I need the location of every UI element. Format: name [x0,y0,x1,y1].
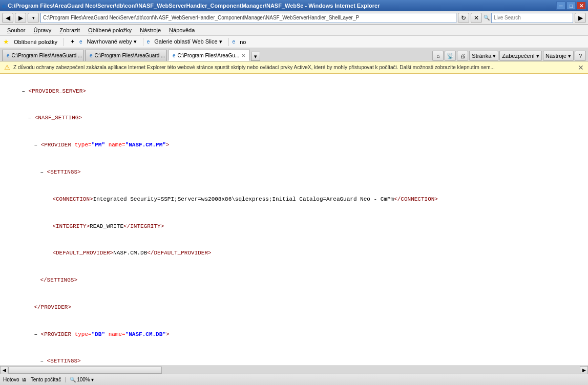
forward-button[interactable]: ▶ [15,13,26,23]
help-button[interactable]: ? [575,51,586,61]
zoom-dropdown-icon: ▾ [91,377,94,382]
status-right: 🖥 Tento počítač 🔍 100% ▾ [22,377,94,382]
feeds-button[interactable]: 📡 [445,51,456,61]
xml-line-9: </PROVIDER> [20,294,580,321]
tab-1[interactable]: e C:\Program Files\AreaGuard ... [85,50,167,61]
zoom-level[interactable]: 🔍 100% ▾ [65,377,94,382]
xml-line-6: <INTEGRITY>READ_WRITE</INTEGRITY> [39,213,580,240]
favorites-bar-divider2 [143,38,143,46]
tab-0-label: C:\Program Files\AreaGuard ... [12,53,82,58]
tab-2-icon: e [173,53,176,58]
title-bar-buttons: ─ □ ✕ [556,2,586,10]
menu-upravy[interactable]: Úpravy [29,26,55,34]
favorites-star: ★ [3,38,9,46]
new-tab-button[interactable]: ▾ [251,52,260,61]
back-button[interactable]: ◀ [2,13,13,23]
xml-line-5: <CONNECTION>Integrated Security=SSPI;Ser… [39,186,580,213]
favorites-bar-divider1 [64,38,64,46]
maximize-button[interactable]: □ [566,2,576,10]
print-button[interactable]: 🖨 [457,51,468,61]
favorites-button[interactable]: Oblíbené položky [11,38,60,46]
suggested-sites-button[interactable]: Navrhované weby ▾ [85,37,139,46]
content-area[interactable]: – <PROVIDER_SERVER> – <NASF_SETTING> – <… [0,74,588,374]
gallery-button[interactable]: Galerie oblastí Web Slice ▾ [152,37,224,46]
tab-bar: e C:\Program Files\AreaGuard ... e C:\Pr… [0,48,588,61]
scroll-left-button[interactable]: ◀ [0,366,8,374]
tab-0[interactable]: e C:\Program Files\AreaGuard ... [2,50,84,61]
menu-bar: Soubor Úpravy Zobrazit Oblíbené položky … [0,25,588,36]
security-bar: ⚠ Z důvodu ochrany zabezpečení zakázala … [0,61,588,74]
xml-line-2: – <NASF_SETTING> [14,105,580,132]
search-label: 🔍 [484,15,490,20]
search-go-button[interactable]: ▶ [575,13,586,23]
tab-2-close[interactable]: ✕ [241,53,245,58]
scroll-thumb-h[interactable] [8,367,162,374]
tab-1-icon: e [90,53,93,58]
computer-icon: 🖥 [22,377,27,382]
menu-soubor[interactable]: Soubor [3,26,29,34]
tools-button[interactable]: Nástroje ▾ [543,51,574,61]
xml-line-10: – <PROVIDER type="DB" name="NASF.CM.DB"> [20,321,580,348]
menu-zobrazit[interactable]: Zobrazit [55,26,84,34]
tab-2[interactable]: e C:\Program Files\AreaGu... ✕ [168,50,250,61]
zoom-value: 100% [77,377,90,382]
tab-2-label: C:\Program Files\AreaGu... [178,53,240,58]
add-favorites-button[interactable]: ✦ [68,37,77,46]
status-text: Hotovo [3,377,19,382]
scroll-track-h [8,366,580,374]
computer-label: Tento počítač [31,377,61,382]
refresh-button[interactable]: ↻ [458,13,469,23]
xml-line-4: – <SETTINGS> [27,159,580,186]
tab-0-icon: e [7,53,10,58]
xml-line-3: – <PROVIDER type="PM" name="NASF.CM.PM"> [20,132,580,159]
address-bar: ◀ ▶ ▾ ↻ ✕ 🔍 ▶ [0,11,588,25]
no-button[interactable]: no [237,38,248,46]
ie-fav-icon: e [79,39,82,45]
minimize-button[interactable]: ─ [556,2,565,10]
scroll-right-button[interactable]: ▶ [580,366,588,374]
zoom-icon: 🔍 [70,377,76,382]
window-title: C:\Program Files\AreaGuard Neo\Server\db… [8,3,380,9]
ie-gallery-icon: e [147,39,150,45]
menu-napoveda[interactable]: Nápověda [165,26,199,34]
close-button[interactable]: ✕ [577,2,586,10]
home-button[interactable]: ⌂ [432,51,444,61]
dropdown-button[interactable]: ▾ [28,13,39,23]
tab-1-label: C:\Program Files\AreaGuard ... [95,53,165,58]
title-bar: e C:\Program Files\AreaGuard Neo\Server\… [0,0,588,11]
address-input[interactable] [40,13,456,23]
menu-oblibene[interactable]: Oblíbené položky [84,26,136,34]
tab-right-buttons: ⌂ 📡 🖨 Stránka ▾ Zabezpečení ▾ Nástroje ▾… [432,51,586,61]
status-bar: Hotovo 🖥 Tento počítač 🔍 100% ▾ [0,374,588,385]
xml-line-8: </SETTINGS> [27,267,580,294]
security-button[interactable]: Zabezpečení ▾ [499,51,542,61]
favorites-bar: ★ Oblíbené položky ✦ e Navrhované weby ▾… [0,36,588,48]
security-bar-close-button[interactable]: ✕ [578,63,584,72]
search-input[interactable] [491,13,573,23]
xml-line-1: – <PROVIDER_SERVER> [8,78,580,105]
favorites-bar-divider3 [228,38,229,46]
xml-line-7: <DEFAULT_PROVIDER>NASF.CM.DB</DEFAULT_PR… [39,240,580,267]
menu-nastroje[interactable]: Nástroje [136,26,165,34]
horizontal-scrollbar[interactable]: ◀ ▶ [0,366,588,374]
ie-no-icon: e [233,39,236,45]
page-button[interactable]: Stránka ▾ [469,51,498,61]
ie-icon: e [2,2,6,10]
title-bar-left: e C:\Program Files\AreaGuard Neo\Server\… [2,2,380,10]
info-icon: ⚠ [4,63,10,71]
stop-button[interactable]: ✕ [471,13,482,23]
security-message: Z důvodu ochrany zabezpečení zakázala ap… [13,65,495,70]
